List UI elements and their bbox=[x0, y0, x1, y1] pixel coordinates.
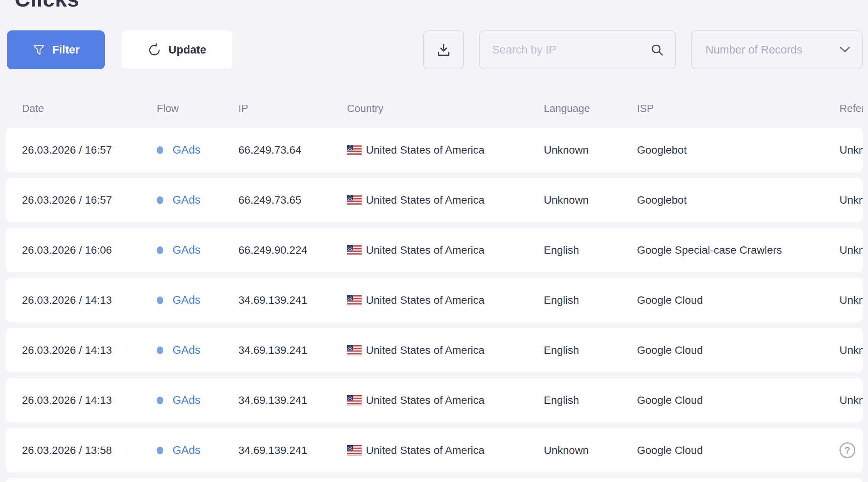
export-button[interactable] bbox=[423, 30, 464, 69]
search-icon[interactable] bbox=[650, 43, 664, 57]
cell-language: Unknown bbox=[544, 144, 637, 156]
cell-date: 26.03.2026 / 16:57 bbox=[22, 144, 157, 156]
cell-date: 26.03.2026 / 16:06 bbox=[22, 244, 157, 256]
dot-icon bbox=[157, 346, 163, 354]
cell-referrer: Unknown bbox=[840, 244, 863, 256]
table-header: Date Flow IP Country Language ISP Referr… bbox=[6, 99, 863, 119]
flow-link[interactable]: GAds bbox=[173, 194, 201, 206]
update-button[interactable]: Update bbox=[122, 30, 232, 69]
funnel-icon bbox=[32, 44, 45, 57]
cell-ip: 66.249.73.65 bbox=[238, 194, 347, 206]
cell-language: English bbox=[544, 294, 637, 306]
cell-date: 26.03.2026 / 14:13 bbox=[22, 294, 157, 306]
filter-button-label: Filter bbox=[52, 44, 80, 56]
update-button-label: Update bbox=[168, 44, 206, 56]
cell-date: 26.03.2026 / 14:13 bbox=[22, 394, 157, 407]
cell-flow: GAds bbox=[157, 294, 238, 306]
column-header-flow: Flow bbox=[157, 103, 238, 115]
cell-country: United States of America bbox=[347, 444, 544, 457]
cell-ip: 66.249.73.64 bbox=[238, 144, 347, 156]
table-row: 26.03.2026 / 14:13 GAds 34.69.139.241 bbox=[6, 328, 863, 372]
filter-button[interactable]: Filter bbox=[7, 30, 105, 69]
flow-link[interactable]: GAds bbox=[173, 244, 201, 256]
chevron-down-icon bbox=[840, 47, 850, 53]
cell-language: English bbox=[544, 394, 637, 407]
dot-icon bbox=[157, 397, 163, 404]
cell-isp: Googlebot bbox=[637, 194, 840, 206]
clicks-page: Clicks Filter Update Number of Records bbox=[0, 0, 868, 482]
country-label: United States of America bbox=[366, 294, 484, 306]
table-row: 26.03.2026 / 14:13 GAds 34.69.139.241 bbox=[6, 378, 863, 422]
page-title: Clicks bbox=[15, 0, 79, 10]
us-flag-icon bbox=[347, 345, 362, 355]
search-input[interactable] bbox=[492, 44, 650, 56]
cell-ip: 34.69.139.241 bbox=[238, 294, 347, 306]
cell-referrer: Unknown bbox=[840, 394, 863, 407]
table-row: 26.03.2026 / 14:13 GAds 34.69.139.241 bbox=[6, 278, 863, 322]
dot-icon bbox=[157, 246, 163, 254]
column-header-ip: IP bbox=[238, 103, 347, 115]
table-row: 26.03.2026 / 16:57 GAds 66.249.73.64 bbox=[6, 128, 863, 172]
cell-ip: 34.69.139.241 bbox=[238, 394, 347, 407]
cell-isp: Google Special-case Crawlers bbox=[637, 244, 840, 256]
cell-flow: GAds bbox=[157, 444, 238, 457]
country-label: United States of America bbox=[366, 344, 484, 356]
flow-link[interactable]: GAds bbox=[173, 394, 201, 407]
records-dropdown[interactable]: Number of Records bbox=[691, 30, 863, 69]
cell-language: Unknown bbox=[544, 444, 637, 457]
us-flag-icon bbox=[347, 395, 362, 405]
flow-link[interactable]: GAds bbox=[173, 294, 201, 306]
us-flag-icon bbox=[347, 145, 362, 155]
country-label: United States of America bbox=[366, 194, 484, 206]
dot-icon bbox=[157, 196, 163, 204]
column-header-isp: ISP bbox=[637, 103, 840, 115]
cell-date: 26.03.2026 / 16:57 bbox=[22, 194, 157, 206]
download-icon bbox=[436, 42, 451, 58]
us-flag-icon bbox=[347, 295, 362, 305]
table-row: 26.03.2026 / 13:58 GAds 34.69.139.241 bbox=[6, 428, 863, 472]
column-header-referrer: Referrer bbox=[840, 103, 863, 115]
records-dropdown-label: Number of Records bbox=[705, 44, 802, 56]
flow-link[interactable]: GAds bbox=[173, 444, 201, 457]
cell-isp: Google Cloud bbox=[637, 294, 840, 306]
cell-flow: GAds bbox=[157, 144, 238, 156]
cell-language: Unknown bbox=[544, 194, 637, 206]
column-header-country: Country bbox=[347, 103, 544, 115]
cell-flow: GAds bbox=[157, 194, 238, 206]
cell-date: 26.03.2026 / 13:58 bbox=[22, 444, 157, 457]
search-field-wrap bbox=[479, 30, 676, 69]
cell-flow: GAds bbox=[157, 244, 238, 256]
dot-icon bbox=[157, 146, 163, 154]
cell-country: United States of America bbox=[347, 194, 544, 206]
cell-flow: GAds bbox=[157, 394, 238, 407]
cell-language: English bbox=[544, 244, 637, 256]
country-label: United States of America bbox=[366, 394, 484, 407]
cell-referrer: ? bbox=[840, 442, 863, 458]
cell-country: United States of America bbox=[347, 294, 544, 306]
us-flag-icon bbox=[347, 245, 362, 255]
help-circle-icon[interactable]: ? bbox=[840, 442, 855, 458]
cell-isp: Googlebot bbox=[637, 144, 840, 156]
cell-isp: Google Cloud bbox=[637, 394, 840, 407]
us-flag-icon bbox=[347, 445, 362, 455]
cell-ip: 34.69.139.241 bbox=[238, 444, 347, 457]
cell-isp: Google Cloud bbox=[637, 444, 840, 457]
cell-country: United States of America bbox=[347, 344, 544, 356]
column-header-language: Language bbox=[544, 103, 637, 115]
table-row: 26.03.2026 / 16:06 GAds 66.249.90.224 bbox=[6, 228, 863, 272]
flow-link[interactable]: GAds bbox=[173, 344, 201, 356]
dot-icon bbox=[157, 296, 163, 304]
cell-flow: GAds bbox=[157, 344, 238, 356]
refresh-icon bbox=[147, 43, 161, 57]
cell-isp: Google Cloud bbox=[637, 344, 840, 356]
table-body: 26.03.2026 / 16:57 GAds 66.249.73.64 bbox=[6, 128, 863, 478]
cell-referrer: Unknown bbox=[840, 294, 863, 306]
us-flag-icon bbox=[347, 195, 362, 205]
cell-date: 26.03.2026 / 14:13 bbox=[22, 344, 157, 356]
country-label: United States of America bbox=[366, 244, 484, 256]
cell-language: English bbox=[544, 344, 637, 356]
column-header-date: Date bbox=[22, 103, 157, 115]
cell-country: United States of America bbox=[347, 394, 544, 407]
cell-referrer: Unknown bbox=[840, 144, 863, 156]
flow-link[interactable]: GAds bbox=[173, 144, 201, 156]
